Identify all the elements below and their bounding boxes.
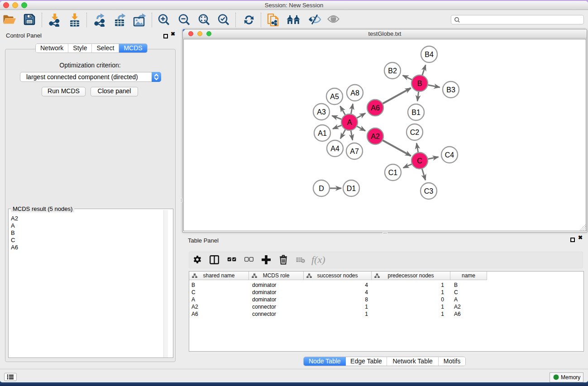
svg-text:A4: A4 bbox=[330, 145, 339, 152]
svg-text:A2: A2 bbox=[371, 133, 380, 140]
svg-text:B3: B3 bbox=[446, 86, 455, 94]
svg-text:A7: A7 bbox=[350, 148, 359, 155]
svg-text:A3: A3 bbox=[317, 108, 326, 116]
svg-text:C2: C2 bbox=[410, 129, 420, 136]
svg-text:A5: A5 bbox=[330, 93, 339, 100]
svg-text:A1: A1 bbox=[318, 129, 327, 137]
svg-text:C1: C1 bbox=[388, 169, 398, 176]
svg-text:D: D bbox=[319, 185, 324, 192]
svg-text:B1: B1 bbox=[411, 109, 421, 116]
svg-text:A: A bbox=[347, 119, 352, 126]
svg-text:B4: B4 bbox=[425, 51, 434, 58]
svg-text:C: C bbox=[417, 157, 422, 165]
svg-text:A8: A8 bbox=[350, 89, 359, 97]
svg-text:C4: C4 bbox=[445, 151, 454, 159]
svg-text:A6: A6 bbox=[371, 104, 380, 112]
svg-text:B: B bbox=[417, 80, 422, 87]
svg-text:C3: C3 bbox=[424, 187, 434, 195]
svg-text:D1: D1 bbox=[347, 185, 356, 192]
svg-text:B2: B2 bbox=[388, 67, 397, 75]
